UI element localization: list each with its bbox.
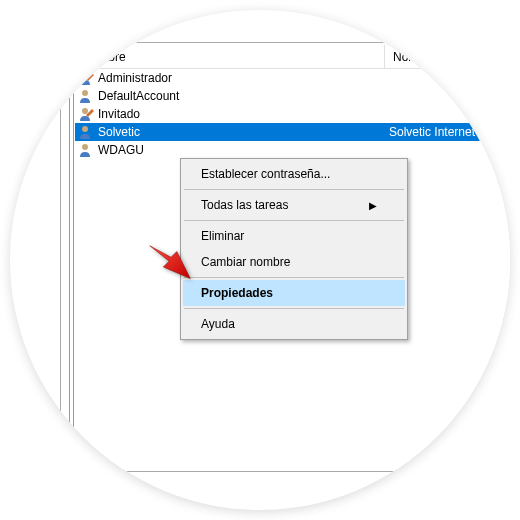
svg-point-4 (82, 144, 88, 150)
context-menu: Establecer contraseña... Todas las tarea… (180, 158, 408, 340)
menu-label: Todas las tareas (201, 198, 288, 212)
user-name: Solvetic (98, 125, 140, 139)
menu-rename[interactable]: Cambiar nombre (183, 249, 405, 275)
list-item[interactable]: Invitado (75, 105, 510, 123)
menu-all-tasks[interactable]: Todas las tareas ▶ (183, 192, 405, 218)
menu-separator (184, 308, 404, 309)
annotation-arrow-icon (142, 238, 200, 296)
user-icon (79, 70, 95, 86)
menu-set-password[interactable]: Establecer contraseña... (183, 161, 405, 187)
menu-delete[interactable]: Eliminar (183, 223, 405, 249)
menu-separator (184, 189, 404, 190)
menu-label: Establecer contraseña... (201, 167, 330, 181)
menu-properties[interactable]: Propiedades (183, 280, 405, 306)
menu-label: Cambiar nombre (201, 255, 290, 269)
svg-point-2 (82, 108, 88, 114)
column-header-row: Nombre Nombre co (75, 45, 510, 69)
menu-label: Propiedades (201, 286, 273, 300)
pane-divider[interactable] (69, 43, 70, 471)
user-fullname: Solvetic Internet (385, 125, 510, 139)
menu-help[interactable]: Ayuda (183, 311, 405, 337)
chevron-right-icon: ▶ (369, 200, 377, 211)
column-header-name[interactable]: Nombre (75, 45, 385, 68)
user-list: Administrador DefaultAccount Invitado (75, 69, 510, 159)
menu-label: Eliminar (201, 229, 244, 243)
list-item[interactable]: WDAGU (75, 141, 510, 159)
svg-point-3 (82, 126, 88, 132)
svg-point-0 (82, 72, 88, 78)
column-header-fullname[interactable]: Nombre co (385, 45, 510, 68)
user-icon (79, 124, 95, 140)
user-icon (79, 88, 95, 104)
user-name: Invitado (98, 107, 140, 121)
pane-divider[interactable] (73, 43, 74, 471)
user-icon (79, 106, 95, 122)
user-icon (79, 142, 95, 158)
list-item[interactable]: DefaultAccount (75, 87, 510, 105)
menu-separator (184, 277, 404, 278)
list-item[interactable]: Solvetic Solvetic Internet (75, 123, 510, 141)
list-item[interactable]: Administrador (75, 69, 510, 87)
user-name: WDAGU (98, 143, 144, 157)
svg-point-1 (82, 90, 88, 96)
user-name: DefaultAccount (98, 89, 179, 103)
menu-separator (184, 220, 404, 221)
menu-label: Ayuda (201, 317, 235, 331)
user-name: Administrador (98, 71, 172, 85)
